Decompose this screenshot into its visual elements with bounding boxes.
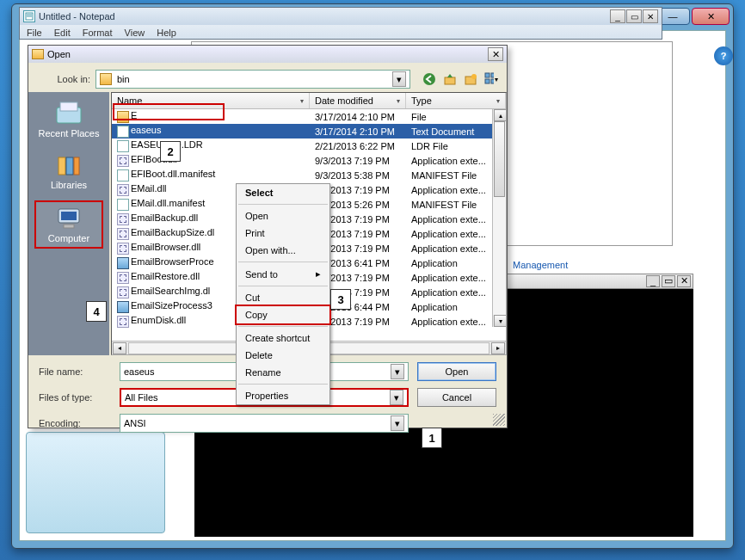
notepad-maximize-button[interactable]: ▭ [626, 9, 642, 23]
ctx-delete[interactable]: Delete [237, 347, 329, 364]
ctx-copy[interactable]: Copy [235, 305, 331, 325]
cancel-button[interactable]: Cancel [417, 388, 496, 407]
column-date[interactable]: Date modified▾ [310, 93, 406, 108]
scroll-thumb[interactable] [494, 121, 505, 197]
file-type: Application exte... [406, 287, 506, 298]
encoding-combo[interactable]: ANSI ▾ [120, 414, 409, 433]
file-name: EFIBoot.dll.manifest [131, 169, 215, 179]
dll-icon [117, 286, 129, 298]
sidebar-item-computer[interactable]: Computer [34, 200, 103, 249]
ctx-open[interactable]: Open [237, 207, 329, 225]
back-icon[interactable] [422, 72, 436, 86]
menu-edit[interactable]: Edit [54, 28, 71, 38]
look-in-value: bin [117, 74, 130, 84]
dll-icon [117, 272, 129, 284]
open-dialog-close-button[interactable]: ✕ [488, 47, 503, 61]
resize-grip[interactable] [493, 414, 505, 426]
file-type: Application exte... [406, 229, 506, 239]
document-icon [117, 126, 129, 138]
file-name: EmailSizeProcess3 [131, 300, 212, 311]
look-in-label: Look in: [37, 74, 90, 84]
callout-3: 3 [330, 289, 351, 310]
column-header-label: Name [117, 95, 142, 106]
file-type: LDR File [406, 141, 506, 151]
file-type: Application [406, 258, 506, 268]
chevron-down-icon[interactable]: ▾ [496, 97, 500, 105]
look-in-combo[interactable]: bin ▾ [95, 70, 410, 89]
ctx-rename[interactable]: Rename [237, 364, 329, 381]
scroll-left-button[interactable]: ◂ [113, 342, 126, 354]
chevron-down-icon[interactable]: ▾ [392, 71, 406, 87]
open-dialog: Open ✕ Look in: bin ▾ ▾ Recent Places Li… [28, 45, 508, 428]
folder-icon [100, 73, 112, 85]
svg-rect-10 [491, 79, 494, 83]
sidebar-item-recent[interactable]: Recent Places [34, 97, 103, 142]
chevron-down-icon[interactable]: ▾ [300, 97, 304, 105]
encoding-label: Encoding: [39, 418, 111, 428]
file-name: EmailBrowser.dll [131, 242, 200, 252]
menu-file[interactable]: File [27, 28, 42, 38]
bg-close-button[interactable]: ✕ [692, 8, 730, 25]
ctx-send-to[interactable]: Send to▸ [237, 265, 329, 283]
file-row[interactable]: easeus3/17/2014 2:10 PMText Document [112, 124, 506, 138]
cmd-maximize-button[interactable]: ▭ [662, 275, 675, 287]
sidebar-item-label: Libraries [51, 180, 87, 190]
column-header-label: Type [411, 95, 432, 106]
help-glyph: ? [721, 51, 727, 61]
views-icon[interactable]: ▾ [484, 72, 498, 86]
minimize-glyph: — [668, 11, 678, 22]
application-icon [117, 257, 129, 269]
svg-point-6 [471, 74, 477, 79]
chevron-down-icon[interactable]: ▾ [391, 415, 404, 431]
file-name: EmailRestore.dll [131, 271, 200, 281]
vertical-scrollbar[interactable]: ▴ ▾ [492, 109, 506, 327]
file-row[interactable]: EFIBoot.dll.manifest9/3/2013 5:38 PMMANI… [112, 168, 506, 182]
file-name-value: easeus [124, 366, 154, 377]
file-row[interactable]: E3/17/2014 2:10 PMFile [112, 109, 506, 124]
cmd-close-button[interactable]: ✕ [677, 275, 691, 287]
menu-format[interactable]: Format [83, 28, 113, 38]
management-link[interactable]: Management [513, 260, 568, 270]
cmd-minimize-button[interactable]: _ [646, 275, 660, 287]
svg-rect-4 [445, 77, 455, 84]
scroll-down-button[interactable]: ▾ [494, 315, 506, 327]
chevron-down-icon[interactable]: ▾ [397, 97, 400, 105]
notepad-window: Untitled - Notepad _ ▭ ✕ File Edit Forma… [19, 7, 662, 40]
notepad-minimize-button[interactable]: _ [610, 9, 625, 23]
folder-icon [117, 111, 129, 123]
column-name[interactable]: Name▾ [112, 93, 310, 108]
file-type: Application exte... [406, 243, 506, 254]
file-list-header: Name▾ Date modified▾ Type▾ [112, 93, 506, 109]
ctx-properties[interactable]: Properties [237, 387, 329, 404]
ctx-select[interactable]: Select [237, 184, 329, 201]
ctx-cut[interactable]: Cut [237, 289, 329, 306]
chevron-down-icon[interactable]: ▾ [390, 390, 403, 405]
file-name: EmailBackup.dll [131, 212, 198, 223]
svg-rect-13 [58, 157, 65, 175]
ctx-print[interactable]: Print [237, 225, 329, 242]
svg-rect-12 [60, 102, 77, 111]
new-folder-icon[interactable] [464, 72, 477, 86]
notepad-close-button[interactable]: ✕ [643, 9, 658, 23]
scroll-right-button[interactable]: ▸ [491, 342, 505, 354]
folder-icon [32, 49, 44, 59]
menu-help[interactable]: Help [157, 28, 176, 38]
close-glyph: ✕ [707, 11, 715, 22]
notepad-menu: File Edit Format View Help [20, 25, 662, 40]
file-name: E [131, 110, 137, 120]
file-date: 9/3/2013 7:19 PM [310, 156, 406, 166]
scroll-up-button[interactable]: ▴ [494, 109, 506, 121]
sidebar-item-libraries[interactable]: Libraries [34, 149, 103, 194]
file-date: 9/3/2013 5:38 PM [310, 170, 406, 181]
help-button[interactable]: ? [714, 46, 733, 65]
chevron-down-icon[interactable]: ▾ [391, 364, 404, 379]
ctx-create-shortcut[interactable]: Create shortcut [237, 329, 329, 347]
file-name: EMail.dll.manifest [131, 198, 205, 208]
ctx-open-with[interactable]: Open with... [237, 242, 329, 259]
open-button[interactable]: Open [417, 362, 496, 381]
column-type[interactable]: Type▾ [406, 93, 506, 108]
file-date: 3/17/2014 2:10 PM [310, 126, 406, 137]
file-type: Application exte... [406, 214, 506, 225]
up-one-level-icon[interactable] [443, 72, 457, 86]
menu-view[interactable]: View [125, 28, 145, 38]
